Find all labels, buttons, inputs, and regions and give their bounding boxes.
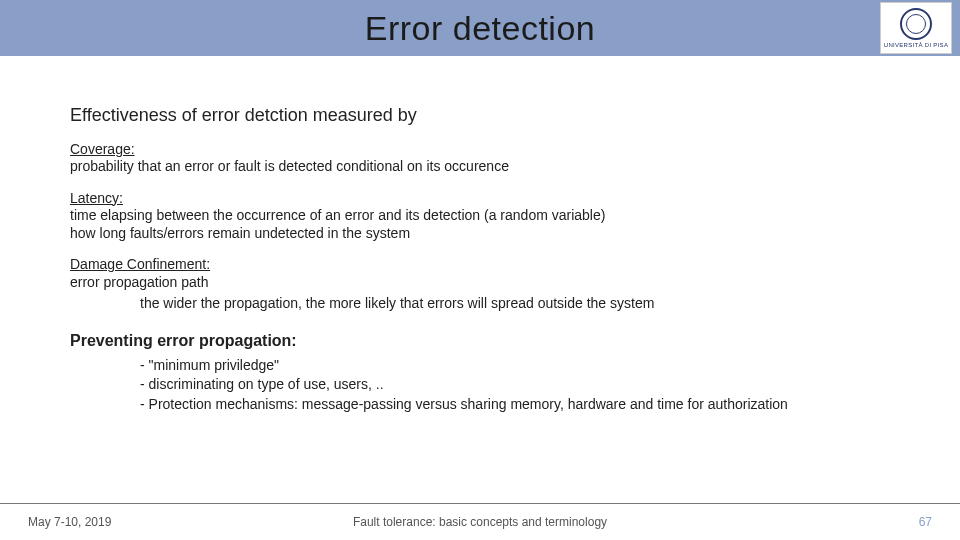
coverage-label: Coverage:: [70, 141, 890, 159]
university-name: UNIVERSITÀ DI PISA: [884, 42, 948, 48]
preventing-bullets: - "minimum priviledge" - discriminating …: [140, 357, 890, 414]
preventing-heading: Preventing error propagation:: [70, 331, 890, 351]
coverage-section: Coverage: probability that an error or f…: [70, 141, 890, 176]
latency-line2: how long faults/errors remain undetected…: [70, 225, 890, 243]
slide: Error detection UNIVERSITÀ DI PISA Effec…: [0, 0, 960, 540]
title-bar: Error detection UNIVERSITÀ DI PISA: [0, 0, 960, 56]
latency-label: Latency:: [70, 190, 890, 208]
university-logo: UNIVERSITÀ DI PISA: [880, 2, 952, 54]
bullet-2: - discriminating on type of use, users, …: [140, 376, 890, 394]
slide-title: Error detection: [365, 9, 596, 48]
damage-label: Damage Confinement:: [70, 256, 890, 274]
latency-line1: time elapsing between the occurrence of …: [70, 207, 890, 225]
bullet-1: - "minimum priviledge": [140, 357, 890, 375]
bullet-3: - Protection mechanisms: message-passing…: [140, 396, 890, 414]
damage-section: Damage Confinement: error propagation pa…: [70, 256, 890, 313]
coverage-desc: probability that an error or fault is de…: [70, 158, 890, 176]
seal-inner-icon: [906, 14, 926, 34]
damage-line1: error propagation path: [70, 274, 890, 292]
damage-line2: the wider the propagation, the more like…: [140, 295, 890, 313]
intro-heading: Effectiveness of error detction measured…: [70, 104, 890, 127]
footer-title: Fault tolerance: basic concepts and term…: [0, 515, 960, 529]
slide-content: Effectiveness of error detction measured…: [0, 56, 960, 413]
seal-icon: [900, 8, 932, 40]
latency-section: Latency: time elapsing between the occur…: [70, 190, 890, 243]
footer: May 7-10, 2019 Fault tolerance: basic co…: [0, 504, 960, 540]
